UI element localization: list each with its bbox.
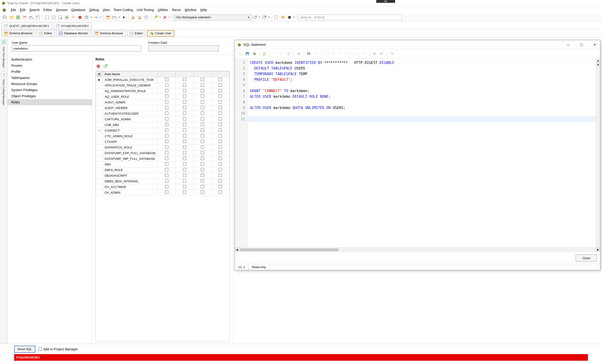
- menu-file[interactable]: File: [9, 7, 18, 13]
- role-row[interactable]: DV_ADMIN: [96, 190, 229, 196]
- upload-icon[interactable]: [137, 14, 143, 21]
- checkbox-icon[interactable]: [201, 123, 204, 126]
- checkbox-icon[interactable]: [219, 151, 222, 154]
- checkbox-icon[interactable]: [201, 83, 204, 87]
- scroll-right-icon[interactable]: ▶: [596, 248, 600, 252]
- checkbox-icon[interactable]: [183, 89, 186, 92]
- jump-to-input[interactable]: [298, 15, 402, 20]
- select-all-icon[interactable]: [296, 51, 302, 57]
- menu-rerun[interactable]: Rerun: [170, 7, 183, 13]
- nav-item-profile[interactable]: Profile: [8, 69, 92, 75]
- roles-table[interactable]: Role Name▶ADM_PARALLEL_EXECUTE_TASKAPPLI…: [96, 71, 230, 342]
- menu-database[interactable]: Database: [69, 7, 87, 13]
- print-icon[interactable]: [251, 51, 258, 57]
- doc-tab-create-user[interactable]: Create User: [147, 30, 174, 37]
- checkbox-icon[interactable]: [183, 83, 186, 87]
- checkbox-icon[interactable]: [165, 162, 168, 166]
- checkbox-icon[interactable]: [201, 100, 204, 104]
- checkbox-icon[interactable]: [165, 89, 168, 92]
- checkbox-icon[interactable]: [165, 146, 168, 149]
- role-row[interactable]: ▶ADM_PARALLEL_EXECUTE_TASK: [96, 77, 229, 83]
- plsql-icon[interactable]: PLSQL: [111, 14, 118, 21]
- checkbox-icon[interactable]: [183, 140, 186, 143]
- help-icon[interactable]: ?: [143, 14, 149, 21]
- checkbox-icon[interactable]: [165, 157, 168, 160]
- edit-icon[interactable]: [261, 51, 268, 57]
- menu-help[interactable]: Help: [198, 7, 209, 13]
- tb-icon-10[interactable]: [64, 14, 70, 21]
- checkbox-icon[interactable]: [201, 78, 204, 81]
- tb-icon-8[interactable]: [51, 14, 57, 21]
- checkbox-icon[interactable]: [219, 185, 222, 188]
- checkbox-icon[interactable]: [183, 174, 186, 177]
- nav-item-roles[interactable]: Roles: [8, 99, 92, 105]
- checkbox-icon[interactable]: [165, 129, 168, 132]
- checkbox-icon[interactable]: [183, 106, 186, 109]
- dropdown-icon[interactable]: ▼: [90, 16, 92, 18]
- role-row[interactable]: CTO_ADMIN_ROLE: [96, 134, 229, 139]
- checkbox-icon[interactable]: [183, 168, 186, 171]
- checkbox-icon[interactable]: [165, 112, 168, 115]
- role-row[interactable]: AUDIT_ADMIN: [96, 100, 229, 105]
- checkbox-icon[interactable]: [219, 123, 222, 126]
- checkbox-icon[interactable]: [201, 185, 204, 188]
- role-row[interactable]: DATAPUMP_IMP_FULL_DATABASE: [96, 156, 229, 162]
- scroll-left-icon[interactable]: ◀: [235, 248, 239, 252]
- role-row[interactable]: APPLICATION_TRACE_VIEWER: [96, 83, 229, 88]
- username-input[interactable]: [12, 45, 141, 52]
- checkbox-icon[interactable]: [165, 134, 168, 137]
- wrap-icon[interactable]: [389, 51, 395, 57]
- checkbox-icon[interactable]: [219, 140, 222, 143]
- minimize-button[interactable]: —: [565, 43, 571, 47]
- menu-session[interactable]: Session: [54, 7, 70, 13]
- checkbox-icon[interactable]: [219, 100, 222, 104]
- connection-tab-0[interactable]: QUEST_DEV@ORA18CDEV: [1, 22, 52, 29]
- doc-tab-editor[interactable]: Editor: [127, 30, 146, 37]
- nav-item-system-privileges[interactable]: System Privileges: [8, 87, 92, 93]
- title-dropdown[interactable]: [376, 0, 395, 3]
- team-coding-icon[interactable]: [1, 72, 6, 77]
- nav-item-proxies[interactable]: Proxies: [8, 62, 92, 69]
- ws-icon-2[interactable]: [261, 14, 267, 21]
- open-file-icon[interactable]: [237, 51, 243, 57]
- role-row[interactable]: DV_ACCTMGR: [96, 184, 229, 190]
- workspace-select[interactable]: <No Workspace selected> ▼: [174, 15, 251, 20]
- tb-icon-9[interactable]: [57, 14, 63, 21]
- nav-item-object-privileges[interactable]: Object Privileges: [8, 93, 92, 99]
- doc-tab-schema-browser[interactable]: Schema Browser: [92, 30, 126, 37]
- add-to-project-checkbox[interactable]: Add to Project Manager: [39, 347, 78, 351]
- scroll-thumb[interactable]: [240, 248, 338, 251]
- tb-icon-6[interactable]: [35, 14, 41, 21]
- checkbox-icon[interactable]: [219, 146, 222, 149]
- role-row[interactable]: AUDIT_VIEWER: [96, 105, 229, 111]
- indent-icon[interactable]: [372, 51, 378, 57]
- checkbox-icon[interactable]: [165, 185, 168, 188]
- checkbox-icon[interactable]: [201, 106, 204, 109]
- checkbox-icon[interactable]: [165, 151, 168, 154]
- role-row[interactable]: AQ_USER_ROLE: [96, 94, 229, 100]
- tb-icon-7[interactable]: [44, 14, 50, 21]
- checkbox-icon[interactable]: [219, 174, 222, 177]
- spine-label-1[interactable]: Team Coding Manager: [2, 79, 5, 105]
- checkbox-icon[interactable]: [165, 117, 168, 121]
- checkbox-icon[interactable]: [183, 117, 186, 121]
- role-row[interactable]: CDB_DBA: [96, 122, 229, 128]
- save-icon[interactable]: [244, 51, 250, 57]
- doc-tab-schema-browser[interactable]: Schema Browser: [1, 30, 35, 37]
- menu-utilities[interactable]: Utilities: [156, 7, 170, 13]
- show-sql-button[interactable]: Show SQL: [14, 346, 35, 353]
- checkbox-icon[interactable]: [165, 106, 168, 109]
- checkbox-icon[interactable]: [201, 134, 204, 137]
- checkbox-icon[interactable]: [201, 179, 204, 183]
- chat-icon[interactable]: [280, 14, 286, 21]
- checkbox-icon[interactable]: [219, 168, 222, 171]
- checkbox-icon[interactable]: [183, 112, 186, 115]
- checkbox-icon[interactable]: [219, 89, 222, 92]
- checkbox-icon[interactable]: [201, 157, 204, 160]
- link-icon[interactable]: [93, 14, 99, 21]
- checkbox-icon[interactable]: [201, 168, 204, 171]
- role-row[interactable]: DBFS_ROLE: [96, 167, 229, 173]
- maximize-button[interactable]: ▢: [579, 43, 585, 47]
- dropdown-icon[interactable]: ▼: [268, 16, 270, 18]
- checkbox-icon[interactable]: [201, 89, 204, 92]
